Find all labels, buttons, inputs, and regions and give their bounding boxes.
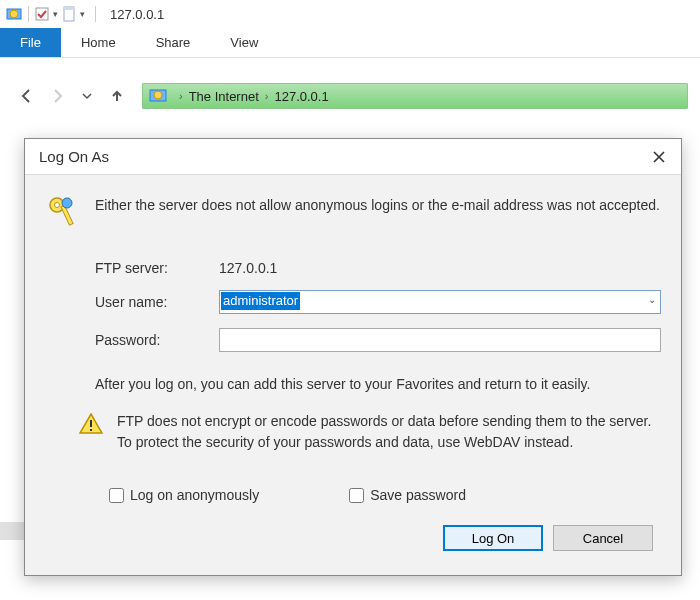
- username-label: User name:: [95, 294, 205, 310]
- tab-home[interactable]: Home: [61, 28, 136, 57]
- window-title: 127.0.0.1: [110, 7, 164, 22]
- tab-file[interactable]: File: [0, 28, 61, 57]
- message-after-logon: After you log on, you can add this serve…: [95, 374, 661, 395]
- breadcrumb-current[interactable]: 127.0.0.1: [274, 89, 328, 104]
- svg-rect-11: [90, 420, 92, 427]
- dialog-logon: Log On As Either the server does not all…: [24, 138, 682, 576]
- svg-point-10: [62, 198, 72, 208]
- save-password-checkbox-label: Save password: [370, 487, 466, 503]
- address-bar[interactable]: › The Internet › 127.0.0.1: [142, 83, 688, 109]
- username-field[interactable]: administrator ⌄: [219, 290, 661, 314]
- username-input[interactable]: [219, 290, 661, 314]
- separator: [28, 6, 29, 22]
- server-label: FTP server:: [95, 260, 205, 276]
- forward-button[interactable]: [46, 85, 68, 107]
- server-value: 127.0.0.1: [219, 260, 661, 276]
- qat-overflow-icon[interactable]: ▾: [80, 9, 85, 19]
- password-label: Password:: [95, 332, 205, 348]
- anonymous-checkbox-input[interactable]: [109, 488, 124, 503]
- separator: [95, 6, 96, 22]
- close-button[interactable]: [647, 145, 671, 169]
- window-titlebar: ▾ ▾ 127.0.0.1: [0, 0, 700, 28]
- qat-doc-icon[interactable]: [62, 6, 76, 22]
- message-top: Either the server does not allow anonymo…: [95, 195, 661, 216]
- cancel-button[interactable]: Cancel: [553, 525, 653, 551]
- ribbon-tabs: File Home Share View: [0, 28, 700, 58]
- svg-rect-12: [90, 429, 92, 431]
- anonymous-checkbox-label: Log on anonymously: [130, 487, 259, 503]
- svg-point-6: [154, 91, 162, 99]
- back-button[interactable]: [16, 85, 38, 107]
- chevron-down-icon[interactable]: ▾: [53, 9, 58, 19]
- breadcrumb-root[interactable]: The Internet: [189, 89, 259, 104]
- save-password-checkbox[interactable]: Save password: [349, 487, 466, 503]
- logon-button[interactable]: Log On: [443, 525, 543, 551]
- save-password-checkbox-input[interactable]: [349, 488, 364, 503]
- location-icon: [149, 86, 167, 107]
- app-icon: [6, 6, 22, 22]
- chevron-right-icon: ›: [179, 90, 183, 102]
- keys-icon: [45, 195, 81, 238]
- tab-share[interactable]: Share: [136, 28, 211, 57]
- up-button[interactable]: [106, 85, 128, 107]
- svg-rect-4: [64, 7, 74, 10]
- message-warning: FTP does not encrypt or encode passwords…: [117, 411, 661, 453]
- recent-locations-button[interactable]: [76, 85, 98, 107]
- chevron-right-icon: ›: [265, 90, 269, 102]
- warning-icon: [79, 413, 103, 438]
- svg-rect-2: [36, 8, 48, 20]
- dialog-title: Log On As: [39, 148, 109, 165]
- svg-point-1: [10, 10, 18, 18]
- dialog-titlebar: Log On As: [25, 139, 681, 175]
- password-input[interactable]: [219, 328, 661, 352]
- tab-view[interactable]: View: [210, 28, 278, 57]
- navigation-bar: › The Internet › 127.0.0.1: [0, 76, 700, 116]
- svg-point-8: [55, 203, 60, 208]
- qat-checkbox-icon[interactable]: [35, 7, 49, 21]
- anonymous-checkbox[interactable]: Log on anonymously: [109, 487, 259, 503]
